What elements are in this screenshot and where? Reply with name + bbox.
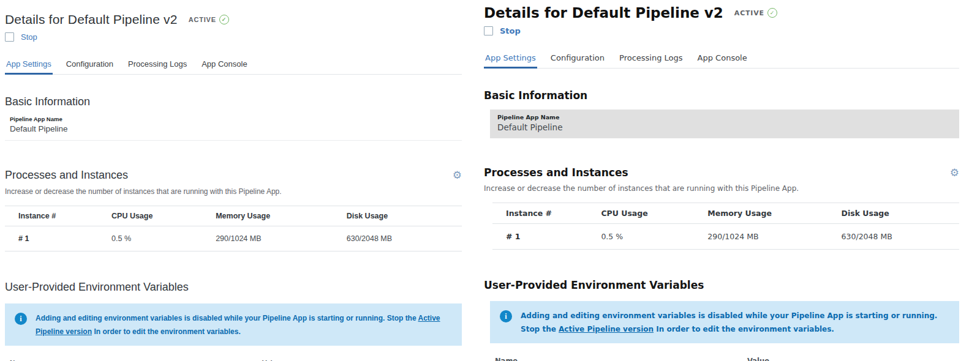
col-memory: Memory Usage bbox=[216, 212, 347, 220]
banner-text: Adding and editing environment variables… bbox=[36, 311, 451, 338]
col-cpu: CPU Usage bbox=[601, 209, 707, 218]
tab-app-console[interactable]: App Console bbox=[696, 53, 748, 68]
cell-memory: 290/1024 MB bbox=[707, 232, 841, 241]
env-vars-heading: User-Provided Environment Variables bbox=[484, 279, 959, 291]
right-panel: Details for Default Pipeline v2 ACTIVE ✓… bbox=[484, 0, 959, 361]
processes-description: Increase or decrease the number of insta… bbox=[5, 187, 462, 196]
pipeline-app-name-value: Default Pipeline bbox=[497, 122, 952, 132]
status-label: ACTIVE bbox=[734, 9, 764, 17]
banner-text-post: In order to edit the environment variabl… bbox=[92, 327, 241, 336]
pipeline-app-name-field: Pipeline App Name Default Pipeline bbox=[490, 110, 959, 138]
page-header: Details for Default Pipeline v2 ACTIVE ✓ bbox=[5, 12, 462, 27]
stop-checkbox[interactable] bbox=[5, 32, 14, 42]
processes-heading: Processes and Instances bbox=[5, 169, 128, 182]
cell-disk: 630/2048 MB bbox=[347, 234, 462, 243]
stop-control: Stop bbox=[484, 26, 959, 35]
tab-configuration[interactable]: Configuration bbox=[65, 59, 115, 74]
page-title: Details for Default Pipeline v2 bbox=[484, 5, 723, 21]
cell-memory: 290/1024 MB bbox=[216, 234, 347, 243]
pipeline-app-name-label: Pipeline App Name bbox=[497, 114, 952, 121]
status-badge: ACTIVE ✓ bbox=[734, 8, 777, 18]
pipeline-app-name-label: Pipeline App Name bbox=[10, 116, 462, 122]
processes-heading: Processes and Instances bbox=[484, 166, 628, 179]
processes-header: Processes and Instances ⚙ bbox=[484, 166, 959, 179]
env-value-label: Value bbox=[742, 357, 947, 361]
cell-cpu: 0.5 % bbox=[601, 232, 707, 241]
tab-bar: App Settings Configuration Processing Lo… bbox=[5, 59, 462, 75]
tab-bar: App Settings Configuration Processing Lo… bbox=[484, 53, 959, 69]
table-header-row: Instance # CPU Usage Memory Usage Disk U… bbox=[5, 206, 462, 226]
col-instance: Instance # bbox=[506, 209, 601, 218]
stop-label[interactable]: Stop bbox=[21, 32, 37, 42]
check-circle-icon: ✓ bbox=[219, 15, 229, 24]
info-banner: i Adding and editing environment variabl… bbox=[5, 303, 462, 346]
info-icon: i bbox=[15, 313, 27, 325]
pipeline-app-name-value: Default Pipeline bbox=[10, 124, 462, 133]
status-badge: ACTIVE ✓ bbox=[189, 15, 229, 24]
page-header: Details for Default Pipeline v2 ACTIVE ✓ bbox=[484, 5, 959, 21]
cell-cpu: 0.5 % bbox=[111, 234, 216, 243]
env-name-label: Name bbox=[490, 357, 722, 361]
banner-text-post: In order to edit the environment variabl… bbox=[654, 325, 834, 333]
env-value-field: Value 5f3bdf2c904ca5089523eec6 bbox=[742, 357, 947, 361]
stop-control: Stop bbox=[5, 32, 462, 42]
env-var-fields: Name SFDE_PIPELINE Value 5f3bdf2c904ca50… bbox=[490, 357, 959, 361]
page-title: Details for Default Pipeline v2 bbox=[5, 12, 178, 27]
col-disk: Disk Usage bbox=[347, 212, 462, 220]
banner-text: Adding and editing environment variables… bbox=[521, 309, 948, 336]
table-row: # 1 0.5 % 290/1024 MB 630/2048 MB bbox=[5, 226, 462, 251]
check-circle-icon: ✓ bbox=[767, 8, 777, 18]
table-row: # 1 0.5 % 290/1024 MB 630/2048 MB bbox=[492, 224, 959, 250]
processes-description: Increase or decrease the number of insta… bbox=[484, 184, 959, 193]
env-name-field: Name SFDE_PIPELINE bbox=[490, 357, 722, 361]
stop-label[interactable]: Stop bbox=[500, 26, 521, 35]
cell-instance: # 1 bbox=[506, 232, 601, 241]
env-vars-heading: User-Provided Environment Variables bbox=[5, 281, 462, 294]
tab-configuration[interactable]: Configuration bbox=[549, 53, 606, 68]
basic-info-heading: Basic Information bbox=[5, 95, 462, 108]
tab-processing-logs[interactable]: Processing Logs bbox=[618, 53, 684, 68]
col-cpu: CPU Usage bbox=[111, 212, 216, 220]
col-instance: Instance # bbox=[18, 212, 111, 220]
banner-text-pre: Adding and editing environment variables… bbox=[36, 314, 418, 322]
info-banner: i Adding and editing environment variabl… bbox=[490, 301, 959, 343]
tab-app-console[interactable]: App Console bbox=[200, 59, 248, 74]
col-disk: Disk Usage bbox=[842, 209, 959, 218]
instances-table: Instance # CPU Usage Memory Usage Disk U… bbox=[492, 203, 959, 250]
stop-checkbox[interactable] bbox=[484, 26, 493, 35]
pipeline-app-name-field: Pipeline App Name Default Pipeline bbox=[5, 116, 462, 141]
instances-table: Instance # CPU Usage Memory Usage Disk U… bbox=[5, 206, 462, 251]
left-panel: Details for Default Pipeline v2 ACTIVE ✓… bbox=[5, 0, 462, 361]
status-label: ACTIVE bbox=[189, 16, 216, 23]
active-pipeline-version-link[interactable]: Active Pipeline version bbox=[559, 325, 654, 333]
cell-instance: # 1 bbox=[18, 234, 111, 243]
col-memory: Memory Usage bbox=[707, 209, 841, 218]
processes-header: Processes and Instances ⚙ bbox=[5, 169, 462, 182]
table-header-row: Instance # CPU Usage Memory Usage Disk U… bbox=[492, 203, 959, 224]
gear-icon[interactable]: ⚙ bbox=[950, 168, 959, 178]
cell-disk: 630/2048 MB bbox=[842, 232, 959, 241]
tab-processing-logs[interactable]: Processing Logs bbox=[127, 59, 188, 74]
tab-app-settings[interactable]: App Settings bbox=[484, 53, 537, 68]
info-icon: i bbox=[500, 310, 512, 322]
gear-icon[interactable]: ⚙ bbox=[453, 170, 462, 180]
tab-app-settings[interactable]: App Settings bbox=[5, 59, 53, 74]
basic-info-heading: Basic Information bbox=[484, 89, 959, 102]
